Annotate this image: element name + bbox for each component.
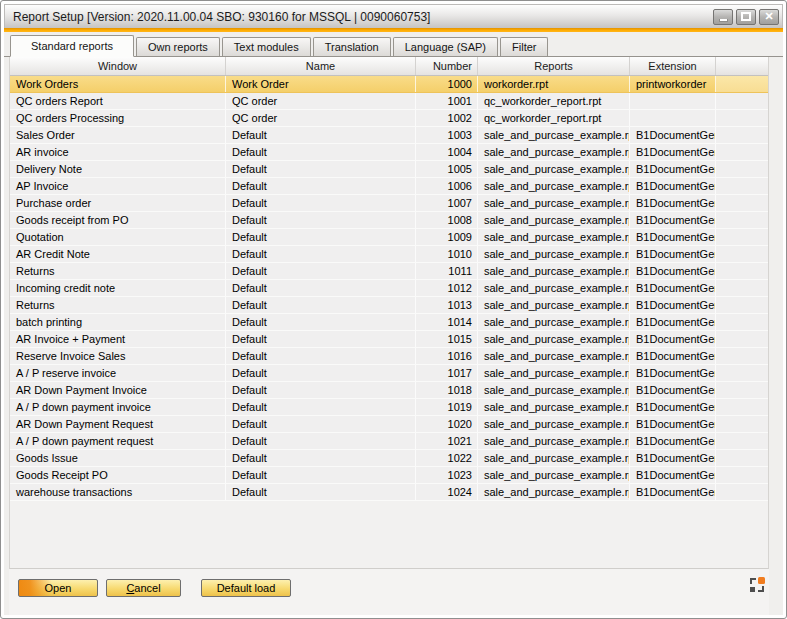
cell-blank	[716, 365, 768, 381]
cell-name: Default	[226, 195, 416, 211]
table-row[interactable]: Work Orders Work Order 1000 workorder.rp…	[10, 76, 768, 93]
table-row[interactable]: Quotation Default 1009 sale_and_purcase_…	[10, 229, 768, 246]
cell-blank	[716, 246, 768, 262]
table-row[interactable]: batch printing Default 1014 sale_and_pur…	[10, 314, 768, 331]
tab-filter[interactable]: Filter	[500, 37, 548, 56]
cell-extension: B1DocumentGenera	[630, 365, 716, 381]
maximize-button[interactable]	[736, 9, 756, 25]
cell-extension: B1DocumentGenera	[630, 297, 716, 313]
grid-empty-area	[10, 501, 768, 568]
tab-own-reports[interactable]: Own reports	[136, 37, 220, 56]
cell-extension: B1DocumentGenera	[630, 331, 716, 347]
grid-header-row: Window Name Number Reports Extension	[10, 57, 768, 76]
cell-extension: B1DocumentGenera	[630, 467, 716, 483]
cell-report: sale_and_purcase_example.rpt	[478, 331, 630, 347]
column-header-extension[interactable]: Extension	[630, 57, 716, 75]
cell-name: Default	[226, 144, 416, 160]
cell-report: sale_and_purcase_example.rpt	[478, 382, 630, 398]
cell-window: Returns	[10, 297, 226, 313]
cell-name: QC order	[226, 93, 416, 109]
cell-name: Default	[226, 365, 416, 381]
tab-text-modules[interactable]: Text modules	[222, 37, 311, 56]
default-load-button[interactable]: Default load	[201, 579, 291, 597]
table-row[interactable]: AR Down Payment Invoice Default 1018 sal…	[10, 382, 768, 399]
table-row[interactable]: Goods Issue Default 1022 sale_and_purcas…	[10, 450, 768, 467]
cell-report: sale_and_purcase_example.rpt	[478, 246, 630, 262]
cell-name: Default	[226, 382, 416, 398]
cell-extension: B1DocumentGenera	[630, 416, 716, 432]
cell-blank	[716, 127, 768, 143]
cell-window: Incoming credit note	[10, 280, 226, 296]
cell-report: sale_and_purcase_example.rpt	[478, 450, 630, 466]
cell-window: AR Down Payment Invoice	[10, 382, 226, 398]
close-button[interactable]: ✕	[759, 9, 779, 25]
cell-report: sale_and_purcase_example.rpt	[478, 144, 630, 160]
column-header-window[interactable]: Window	[10, 57, 226, 75]
cell-number: 1002	[416, 110, 478, 126]
table-row[interactable]: Goods Receipt PO Default 1023 sale_and_p…	[10, 467, 768, 484]
column-header-number[interactable]: Number	[416, 57, 478, 75]
cell-blank	[716, 297, 768, 313]
table-row[interactable]: warehouse transactions Default 1024 sale…	[10, 484, 768, 501]
tab-translation[interactable]: Translation	[313, 37, 391, 56]
cell-window: Goods receipt from PO	[10, 212, 226, 228]
table-row[interactable]: AR invoice Default 1004 sale_and_purcase…	[10, 144, 768, 161]
table-row[interactable]: AR Credit Note Default 1010 sale_and_pur…	[10, 246, 768, 263]
table-row[interactable]: QC orders Processing QC order 1002 qc_wo…	[10, 110, 768, 127]
cell-blank	[716, 229, 768, 245]
cell-name: Default	[226, 450, 416, 466]
table-row[interactable]: Goods receipt from PO Default 1008 sale_…	[10, 212, 768, 229]
title-bar[interactable]: Report Setup [Version: 2020.11.00.04 SBO…	[4, 4, 783, 28]
cell-name: Default	[226, 416, 416, 432]
tab-standard-reports[interactable]: Standard reports	[10, 35, 134, 57]
cell-window: Quotation	[10, 229, 226, 245]
table-row[interactable]: Returns Default 1011 sale_and_purcase_ex…	[10, 263, 768, 280]
cell-window: warehouse transactions	[10, 484, 226, 500]
cell-number: 1001	[416, 93, 478, 109]
cell-number: 1006	[416, 178, 478, 194]
cell-blank	[716, 195, 768, 211]
cell-blank	[716, 144, 768, 160]
table-row[interactable]: Delivery Note Default 1005 sale_and_purc…	[10, 161, 768, 178]
table-row[interactable]: A / P down payment invoice Default 1019 …	[10, 399, 768, 416]
open-button[interactable]: Open	[18, 579, 98, 597]
table-row[interactable]: QC orders Report QC order 1001 qc_workor…	[10, 93, 768, 110]
cell-report: sale_and_purcase_example.rpt	[478, 416, 630, 432]
cell-number: 1019	[416, 399, 478, 415]
cell-number: 1008	[416, 212, 478, 228]
cell-extension: B1DocumentGenera	[630, 229, 716, 245]
table-row[interactable]: A / P reserve invoice Default 1017 sale_…	[10, 365, 768, 382]
cell-report: sale_and_purcase_example.rpt	[478, 280, 630, 296]
cell-name: Default	[226, 161, 416, 177]
cell-blank	[716, 416, 768, 432]
cell-blank	[716, 467, 768, 483]
table-row[interactable]: AP Invoice Default 1006 sale_and_purcase…	[10, 178, 768, 195]
cell-blank	[716, 93, 768, 109]
column-header-name[interactable]: Name	[226, 57, 416, 75]
table-row[interactable]: Returns Default 1013 sale_and_purcase_ex…	[10, 297, 768, 314]
cell-extension: B1DocumentGenera	[630, 161, 716, 177]
table-row[interactable]: Purchase order Default 1007 sale_and_pur…	[10, 195, 768, 212]
table-row[interactable]: Reserve Invoice Sales Default 1016 sale_…	[10, 348, 768, 365]
cell-number: 1010	[416, 246, 478, 262]
tab-language-sap[interactable]: Language (SAP)	[393, 37, 498, 56]
cell-report: sale_and_purcase_example.rpt	[478, 212, 630, 228]
table-row[interactable]: Sales Order Default 1003 sale_and_purcas…	[10, 127, 768, 144]
cancel-button[interactable]: Cancel	[106, 579, 181, 597]
cell-name: Default	[226, 467, 416, 483]
cell-number: 1021	[416, 433, 478, 449]
cell-name: Default	[226, 246, 416, 262]
table-row[interactable]: AR Invoice + Payment Default 1015 sale_a…	[10, 331, 768, 348]
table-row[interactable]: AR Down Payment Request Default 1020 sal…	[10, 416, 768, 433]
table-row[interactable]: Incoming credit note Default 1012 sale_a…	[10, 280, 768, 297]
column-header-reports[interactable]: Reports	[478, 57, 630, 75]
cell-blank	[716, 484, 768, 500]
link-corner-icon[interactable]	[749, 577, 765, 593]
cell-window: A / P down payment invoice	[10, 399, 226, 415]
minimize-button[interactable]	[713, 9, 733, 25]
cancel-button-label: Cancel	[107, 580, 180, 596]
cell-number: 1022	[416, 450, 478, 466]
cell-window: AR Invoice + Payment	[10, 331, 226, 347]
cell-report: sale_and_purcase_example.rpt	[478, 467, 630, 483]
table-row[interactable]: A / P down payment request Default 1021 …	[10, 433, 768, 450]
